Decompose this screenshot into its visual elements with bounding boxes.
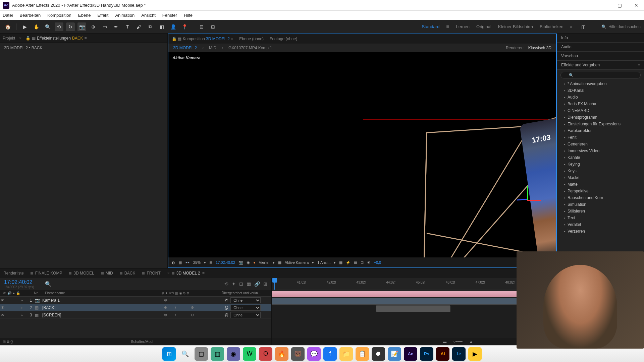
layer-visibility[interactable]: 👁 — [0, 305, 5, 310]
channel-icon[interactable]: ◉ — [247, 260, 250, 265]
tl-tool-2[interactable]: ✦ — [232, 281, 236, 287]
timeline-footer[interactable]: ⊞ ⧉ {} Schalter/Modi — [0, 338, 271, 345]
tl-tool-6[interactable]: ⊞ — [263, 281, 267, 287]
snap-option[interactable]: ⊞ — [209, 22, 217, 31]
clone-tool[interactable]: ⧉ — [146, 22, 155, 31]
camera-tool[interactable]: 📷 — [77, 22, 86, 31]
effect-category[interactable]: Farbkorrektur — [557, 127, 644, 134]
pan-behind-tool[interactable]: ⊕ — [89, 22, 98, 31]
effect-category[interactable]: Text — [557, 215, 644, 221]
grid-icon[interactable]: ⊞ — [209, 260, 212, 265]
taskbar-app[interactable]: 📝 — [388, 347, 401, 361]
tab-3d-model-2[interactable]: ×3D MODEL 2≡ — [167, 271, 205, 276]
breadcrumb-gx[interactable]: GX010707.MP4 Komp 1 — [228, 46, 272, 50]
menu-hilfe[interactable]: Hilfe — [184, 13, 193, 18]
views-select[interactable]: 1 Ansi... — [317, 260, 330, 264]
snap-toggle[interactable]: ⊡ — [197, 22, 206, 31]
taskbar-explorer[interactable]: 📁 — [339, 347, 353, 361]
gizmo-x-axis[interactable] — [527, 200, 541, 201]
tab-project[interactable]: Projekt — [3, 36, 15, 41]
menu-bearbeiten[interactable]: Bearbeiten — [19, 13, 41, 18]
layer-name[interactable]: [BACK] — [41, 305, 164, 310]
menu-datei[interactable]: Datei — [3, 13, 13, 18]
effect-category[interactable]: 3D-Kanal — [557, 87, 644, 94]
effect-category[interactable]: Keys — [557, 168, 644, 174]
audio-column-icon[interactable]: 🔊 — [7, 291, 11, 295]
close-button[interactable]: ✕ — [631, 2, 641, 9]
tl-tool-4[interactable]: ▦ — [247, 281, 251, 287]
fast-preview-icon[interactable]: ⚡ — [346, 260, 351, 265]
timeline-icon[interactable]: ☰ — [354, 260, 357, 265]
home-icon[interactable]: 🏠 — [3, 22, 12, 31]
zoom-out-icon[interactable]: ▬ — [443, 340, 446, 344]
effect-category[interactable]: Fehlt — [557, 134, 644, 141]
layer-visibility[interactable]: 👁 — [0, 298, 5, 303]
effect-category[interactable]: Kanäle — [557, 154, 644, 161]
parent-select[interactable]: Ohne — [230, 297, 261, 303]
effect-category[interactable]: Simulation — [557, 201, 644, 208]
effect-category[interactable]: Perspektive — [557, 188, 644, 194]
minimize-button[interactable]: — — [598, 2, 608, 9]
effects-search-input[interactable] — [560, 72, 641, 78]
workspace-klein[interactable]: Kleiner Bildschirm — [498, 24, 533, 29]
text-tool[interactable]: T — [123, 22, 132, 31]
menu-animation[interactable]: Animation — [115, 13, 135, 18]
lock-column-icon[interactable]: 🔒 — [16, 291, 20, 295]
parent-select[interactable]: Ohne — [230, 312, 261, 318]
workspace-standard[interactable]: Standard — [422, 24, 439, 29]
task-view[interactable]: ▢ — [195, 347, 208, 361]
zoom-level[interactable]: 25% — [193, 260, 201, 264]
viewport-timecode[interactable]: 17:02:40:02 — [216, 260, 235, 264]
menu-ebene[interactable]: Ebene — [78, 13, 91, 18]
layer-tab[interactable]: Ebene (ohne) — [239, 37, 264, 41]
tl-tool-3[interactable]: ⊡ — [239, 281, 243, 287]
tab-front[interactable]: FRONT — [142, 271, 160, 276]
pixel-aspect-icon[interactable]: ▦ — [339, 260, 342, 265]
preview-panel[interactable]: Vorschau — [557, 52, 644, 61]
snapshot-icon[interactable]: 📷 — [238, 260, 243, 265]
menu-fenster[interactable]: Fenster — [162, 13, 177, 18]
tab-effect-controls[interactable]: 🔒 ▦ Effekteinstellungen BACK ≡ — [25, 36, 87, 41]
effect-category[interactable]: Generieren — [557, 141, 644, 147]
brush-tool[interactable]: 🖌 — [135, 22, 143, 31]
parent-select[interactable]: Ohne — [230, 305, 261, 311]
effect-category[interactable]: Dienstprogramm — [557, 114, 644, 121]
workspace-bibliotheken[interactable]: Bibliotheken — [540, 24, 564, 29]
maximize-button[interactable]: ▢ — [614, 2, 625, 9]
taskbar-whatsapp[interactable]: W — [243, 347, 256, 361]
comp-tab[interactable]: 🔒 ▦ Komposition 3D MODEL 2 ≡ — [172, 37, 233, 41]
roto-tool[interactable]: 👤 — [169, 22, 177, 31]
viewport[interactable]: Aktive Kamera 17:03 — [168, 52, 556, 257]
taskbar-app[interactable]: 🐻 — [291, 347, 305, 361]
pickwhip-icon[interactable]: @ — [224, 305, 228, 310]
layer-expand[interactable]: ▸ — [21, 299, 27, 302]
taskbar-facebook[interactable]: f — [323, 347, 337, 361]
pen-tool[interactable]: ✒ — [112, 22, 120, 31]
gizmo-y-axis[interactable] — [527, 186, 528, 200]
taskbar-after-effects[interactable]: Ae — [404, 347, 417, 361]
tab-back[interactable]: BACK — [120, 271, 136, 276]
tl-tool-5[interactable]: 🔗 — [254, 281, 260, 287]
workspace-more[interactable]: » — [570, 24, 573, 29]
audio-panel[interactable]: Audio — [557, 43, 644, 52]
tab-mid[interactable]: MID — [101, 271, 113, 276]
taskbar-app[interactable]: O — [259, 347, 272, 361]
effect-category[interactable]: * Animationsvorgaben — [557, 80, 644, 87]
quality-select[interactable]: Viertel — [259, 260, 269, 264]
effect-category[interactable]: Verzerren — [557, 228, 644, 235]
hand-tool[interactable]: ✋ — [32, 22, 41, 31]
workspace-original[interactable]: Original — [476, 24, 491, 29]
tab-finale-komp[interactable]: FINALE KOMP — [31, 271, 62, 276]
tab-3d-model[interactable]: 3D MODEL — [69, 271, 94, 276]
workspace-toggle[interactable]: ◫ — [579, 22, 588, 31]
track-bar-screen[interactable] — [376, 305, 450, 312]
layer-visibility[interactable]: 👁 — [0, 313, 5, 317]
effect-category[interactable]: Rauschen und Korn — [557, 194, 644, 201]
zoom-slider[interactable]: ○━━━ — [453, 340, 463, 344]
help-search[interactable]: 🔍 Hilfe durchsuchen — [601, 24, 641, 29]
taskbar-app[interactable]: ▶ — [468, 347, 482, 361]
start-button[interactable]: ⊞ — [162, 347, 176, 361]
pickwhip-icon[interactable]: @ — [224, 298, 228, 303]
layer-name[interactable]: [SCREEN] — [41, 313, 164, 317]
taskbar-app[interactable]: ▥ — [211, 347, 224, 361]
